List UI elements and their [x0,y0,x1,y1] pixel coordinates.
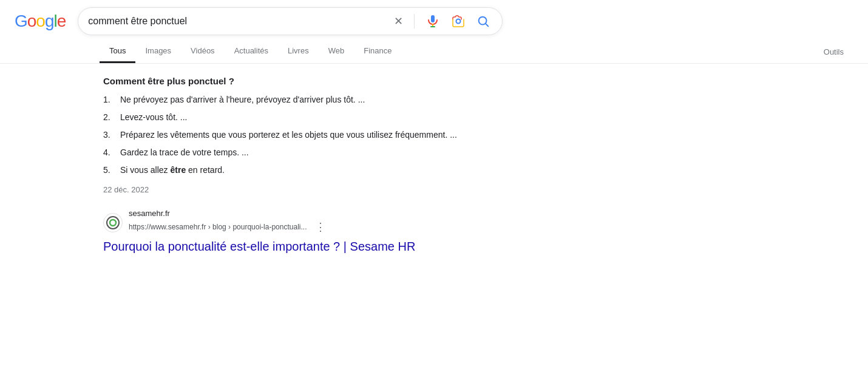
logo-g: G [15,12,27,31]
tab-livres[interactable]: Livres [278,40,319,63]
tab-finance[interactable]: Finance [354,40,401,63]
svg-rect-0 [431,15,435,22]
lens-icon [451,14,466,29]
tab-actualites[interactable]: Actualités [225,40,278,63]
result-source: sesamehr.fr https://www.sesamehr.fr › bl… [103,209,507,236]
list-item: 4. Gardez la trace de votre temps. ... [103,146,507,159]
more-options-button[interactable]: ⋮ [313,218,328,236]
logo-g2: g [45,12,54,31]
svg-point-3 [456,19,461,24]
list-number-5: 5. [103,164,115,177]
main-content: Comment être plus ponctuel ? 1. Ne prévo… [0,64,522,266]
list-text-3: Préparez les vêtements que vous porterez… [120,129,457,141]
list-text-4: Gardez la trace de votre temps. ... [120,146,249,159]
site-favicon [103,213,123,232]
lens-button[interactable] [449,12,468,31]
divider [414,14,415,29]
snippet-date: 22 déc. 2022 [103,185,507,194]
featured-snippet: Comment être plus ponctuel ? 1. Ne prévo… [103,76,507,194]
list-item: 1. Ne prévoyez pas d'arriver à l'heure, … [103,93,507,106]
tab-web[interactable]: Web [319,40,354,63]
tools-button[interactable]: Outils [814,41,853,63]
list-number-2: 2. [103,111,115,124]
google-logo[interactable]: Google [15,12,66,31]
svg-point-7 [110,220,116,226]
site-url: https://www.sesamehr.fr › blog › pourquo… [129,223,307,231]
snippet-list: 1. Ne prévoyez pas d'arriver à l'heure, … [103,93,507,177]
mic-button[interactable] [423,12,442,31]
search-input[interactable]: comment être ponctuel [88,16,387,27]
site-name: sesamehr.fr [129,209,328,218]
result-title[interactable]: Pourquoi la ponctualité est-elle importa… [103,238,507,254]
list-text-2: Levez-vous tôt. ... [120,111,188,124]
list-item: 2. Levez-vous tôt. ... [103,111,507,124]
tab-videos[interactable]: Vidéos [181,40,225,63]
header: Google comment être ponctuel ✕ [0,0,868,35]
snippet-title: Comment être plus ponctuel ? [103,76,507,86]
list-item: 3. Préparez les vêtements que vous porte… [103,129,507,141]
search-bar: comment être ponctuel ✕ [78,7,503,35]
tab-images[interactable]: Images [135,40,181,63]
result-url-row: https://www.sesamehr.fr › blog › pourquo… [129,218,328,236]
list-number-3: 3. [103,129,115,141]
search-result: sesamehr.fr https://www.sesamehr.fr › bl… [103,209,507,254]
logo-o2: o [36,12,45,31]
search-bar-wrapper: comment être ponctuel ✕ [78,7,503,35]
list-text-1: Ne prévoyez pas d'arriver à l'heure, pré… [120,93,365,106]
nav-tabs-left: Tous Images Vidéos Actualités Livres Web… [100,40,401,63]
list-item: 5. Si vous allez être en retard. [103,164,507,177]
svg-line-5 [486,24,488,26]
search-icon [476,15,490,28]
clear-button[interactable]: ✕ [392,12,405,30]
svg-point-6 [107,217,119,229]
bold-etre: être [170,165,186,175]
list-text-5: Si vous allez être en retard. [120,164,225,177]
sesame-favicon-icon [106,215,120,230]
tab-tous[interactable]: Tous [100,40,135,63]
site-info: sesamehr.fr https://www.sesamehr.fr › bl… [129,209,328,236]
mic-icon [426,14,440,29]
list-number-1: 1. [103,93,115,106]
logo-e: e [57,12,66,31]
search-bar-icons: ✕ [392,12,492,31]
clear-icon: ✕ [394,15,403,28]
search-button[interactable] [474,12,492,30]
nav-tabs: Tous Images Vidéos Actualités Livres Web… [0,40,868,64]
logo-o1: o [27,12,36,31]
list-number-4: 4. [103,146,115,159]
